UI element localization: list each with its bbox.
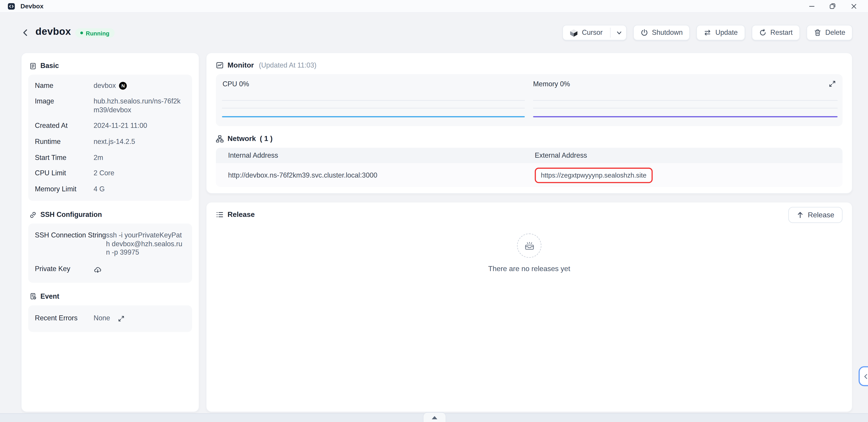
link-icon: [29, 211, 37, 218]
ssh-section-header: SSH Configuration: [29, 211, 191, 219]
row-label: Recent Errors: [35, 314, 94, 323]
internal-address-value[interactable]: http://devbox.ns-76f2km39.svc.cluster.lo…: [216, 171, 535, 179]
window-controls: [808, 2, 861, 10]
memory-usage-line: [533, 116, 837, 117]
release-card: Release Release There are no releases ye…: [206, 202, 852, 412]
cpu-usage-line: [222, 116, 525, 117]
back-button[interactable]: [21, 28, 30, 37]
external-address-cell: https://zegxtpwyyynp.sealoshzh.site: [535, 167, 843, 183]
event-section-header: Event: [29, 293, 191, 300]
app-title: Devbox: [21, 3, 43, 9]
monitor-network-card: Monitor (Updated At 11:03) CPU 0% Memory…: [206, 53, 852, 194]
row-ssh-connection: SSH Connection String ssh -i yourPrivate…: [35, 227, 185, 261]
network-heading: Network: [228, 134, 256, 143]
release-button[interactable]: Release: [788, 207, 842, 223]
swap-arrows-icon: [704, 29, 711, 36]
devbox-app-window: Devbox devbox Running: [0, 0, 868, 422]
trash-icon: [814, 29, 822, 36]
monitor-header: Monitor (Updated At 11:03): [216, 61, 842, 69]
release-header: Release: [216, 210, 842, 219]
row-label: Image: [35, 97, 94, 106]
shutdown-label: Shutdown: [652, 29, 683, 36]
row-memory-limit: Memory Limit 4 G: [35, 182, 185, 197]
button-divider: [610, 28, 610, 37]
triangle-up-icon: [432, 416, 437, 419]
memory-gridline: [533, 100, 837, 100]
cursor-logo-icon: [569, 29, 578, 37]
expand-errors-icon[interactable]: [118, 315, 124, 322]
restore-icon[interactable]: [829, 2, 836, 10]
ssh-panel: SSH Connection String ssh -i yourPrivate…: [28, 223, 192, 283]
network-topology-icon: [216, 135, 223, 142]
document-icon: [29, 62, 37, 70]
empty-releases-icon: [517, 233, 541, 258]
cpu-gridline: [222, 108, 525, 108]
row-created-at: Created At 2024-11-21 11:00: [35, 118, 185, 134]
internal-address-column: Internal Address: [216, 152, 535, 159]
memory-gridline: [533, 108, 837, 108]
chevron-down-icon[interactable]: [616, 30, 622, 36]
open-in-cursor-button[interactable]: Cursor: [562, 25, 626, 40]
taskbar-expand-tab[interactable]: [423, 412, 446, 422]
side-panel-toggle[interactable]: [859, 366, 868, 386]
restart-icon: [758, 29, 766, 36]
cpu-usage-label: CPU 0%: [222, 80, 249, 88]
ide-button-label: Cursor: [582, 29, 602, 36]
devbox-name-value: devbox: [94, 82, 116, 90]
row-value: 2m: [94, 154, 186, 162]
row-recent-errors: Recent Errors None: [35, 309, 185, 328]
row-value: next.js-14.2.5: [94, 138, 186, 147]
row-cpu-limit: CPU Limit 2 Core: [35, 166, 185, 182]
cpu-gridline: [222, 100, 525, 100]
status-label: Running: [86, 30, 110, 36]
update-button[interactable]: Update: [696, 25, 745, 40]
minimize-icon[interactable]: [808, 2, 815, 10]
network-table: Internal Address External Address http:/…: [216, 148, 842, 187]
row-value: devbox N: [94, 82, 186, 90]
expand-monitor-icon[interactable]: [828, 79, 836, 88]
row-name: Name devbox N: [35, 78, 185, 94]
monitor-heading: Monitor: [228, 61, 254, 69]
event-panel: Recent Errors None: [28, 305, 192, 332]
shutdown-button[interactable]: Shutdown: [633, 25, 690, 40]
network-table-header: Internal Address External Address: [216, 148, 842, 163]
page-title: devbox: [35, 26, 71, 37]
row-label: Runtime: [35, 138, 94, 147]
restart-button[interactable]: Restart: [752, 25, 800, 40]
release-button-label: Release: [808, 211, 834, 219]
status-badge: Running: [75, 28, 114, 38]
row-label: Private Key: [35, 265, 94, 273]
row-runtime: Runtime next.js-14.2.5: [35, 134, 185, 150]
power-icon: [640, 29, 648, 36]
list-icon: [216, 210, 223, 218]
ssh-heading: SSH Configuration: [40, 211, 102, 219]
row-label: SSH Connection String: [35, 231, 106, 240]
row-value: hub.hzh.sealos.run/ns-76f2km39/devbox: [94, 97, 182, 115]
row-label: CPU Limit: [35, 169, 94, 178]
row-start-time: Start Time 2m: [35, 150, 185, 166]
row-image: Image hub.hzh.sealos.run/ns-76f2km39/dev…: [35, 94, 185, 118]
status-dot-icon: [80, 32, 83, 34]
external-address-link[interactable]: https://zegxtpwyyynp.sealoshzh.site: [535, 167, 653, 183]
release-heading: Release: [228, 210, 255, 219]
memory-usage-label: Memory 0%: [533, 80, 570, 88]
basic-section-header: Basic: [29, 62, 191, 70]
row-value: 2024-11-21 11:00: [94, 122, 186, 131]
ssh-connection-value[interactable]: ssh -i yourPrivateKeyPath devbox@hzh.sea…: [106, 231, 185, 257]
monitor-chart-icon: [216, 61, 223, 69]
row-label: Start Time: [35, 154, 94, 162]
event-log-icon: [29, 293, 37, 300]
delete-button[interactable]: Delete: [807, 25, 852, 40]
row-value: None: [94, 314, 186, 323]
arrow-up-icon: [797, 212, 804, 219]
recent-errors-value: None: [94, 314, 110, 323]
basic-heading: Basic: [40, 62, 59, 70]
monitor-updated-at: (Updated At 11:03): [259, 61, 316, 69]
row-private-key: Private Key: [35, 261, 185, 280]
details-sidebar: Basic Name devbox N Image hub.hzh.sealos…: [21, 53, 199, 412]
row-value: 4 G: [94, 185, 186, 194]
download-private-key-button[interactable]: [94, 265, 186, 274]
row-label: Memory Limit: [35, 185, 94, 194]
nextjs-logo-icon: N: [119, 82, 127, 90]
close-icon[interactable]: [850, 2, 857, 10]
